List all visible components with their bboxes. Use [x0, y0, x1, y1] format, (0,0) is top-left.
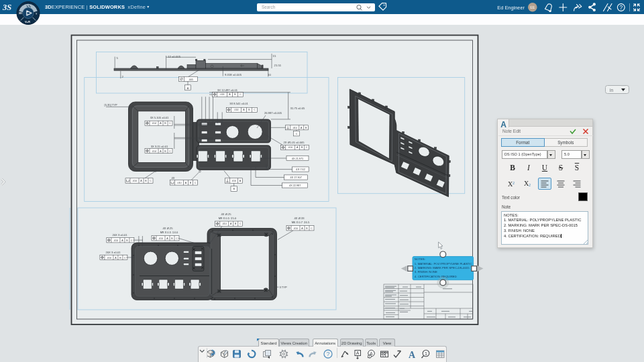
svg-text:C: C: [176, 237, 178, 240]
svg-text:C: C: [195, 182, 197, 184]
svg-text:A: A: [409, 349, 416, 359]
svg-text:.005: .005: [189, 78, 193, 81]
svg-text:C: C: [239, 93, 241, 96]
svg-text:A: A: [356, 351, 360, 355]
svg-text:C: C: [150, 180, 152, 182]
svg-text:.014: .014: [152, 122, 156, 125]
svg-text:C: C: [254, 109, 256, 111]
svg-text:C: C: [124, 257, 126, 259]
svg-text:NOTES:: NOTES:: [415, 257, 425, 261]
svg-text:.010: .010: [132, 180, 137, 182]
svg-text:3 TYP: 3 TYP: [280, 286, 288, 289]
svg-text:.014: .014: [220, 93, 225, 96]
svg-text:V+R: V+R: [25, 20, 30, 23]
svg-text:EE: EE: [530, 5, 535, 9]
svg-text:?: ?: [619, 4, 623, 11]
svg-text:3S: 3S: [2, 3, 11, 12]
svg-text:12 ±0.005: 12 ±0.005: [168, 55, 181, 58]
svg-text:2X Ø1.05 ±0.005: 2X Ø1.05 ±0.005: [284, 141, 305, 144]
svg-text:1. MATERIAL: POLYPROPYLENE PLA: 1. MATERIAL: POLYPROPYLENE PLASTIC: [415, 262, 472, 265]
svg-text:.010: .010: [158, 237, 163, 240]
svg-text:4X Ø.25: 4X Ø.25: [162, 227, 173, 230]
svg-text:3. FINISH: NONE: 3. FINISH: NONE: [415, 270, 437, 274]
svg-text:.014: .014: [152, 150, 156, 153]
svg-text:A: A: [187, 87, 189, 90]
svg-text:.010: .010: [293, 227, 298, 230]
svg-text:4X: 4X: [172, 176, 175, 180]
svg-text:A: A: [500, 120, 506, 128]
svg-text:B: B: [233, 188, 235, 190]
svg-text:.010: .010: [288, 146, 292, 149]
svg-text:C: C: [169, 122, 171, 125]
svg-text:31.75 ±0.05: 31.75 ±0.05: [290, 107, 305, 110]
svg-text:4X Ø.33: 4X Ø.33: [294, 217, 305, 220]
svg-text:.010: .010: [231, 180, 236, 182]
svg-text:.010: .010: [222, 223, 227, 225]
svg-text:15: 15: [273, 54, 276, 58]
svg-text:3X 3.15 ±0.01: 3X 3.15 ±0.01: [151, 145, 168, 148]
svg-text:C: C: [306, 146, 308, 149]
svg-text:4X 17.907: 4X 17.907: [290, 176, 302, 179]
svg-text:C: C: [169, 150, 171, 153]
svg-text:4. CERTIFICATION: REQUIRED: 4. CERTIFICATION: REQUIRED: [415, 275, 457, 278]
svg-text:1: 1: [424, 350, 427, 356]
svg-text:3X 8.541 ±0.01: 3X 8.541 ±0.01: [229, 102, 248, 105]
svg-text:21.51: 21.51: [274, 64, 282, 67]
svg-text:C: C: [131, 239, 133, 242]
svg-text:Ed Engineer: Ed Engineer: [497, 5, 525, 11]
svg-text:M9 X 0.5 ↧4.0: M9 X 0.5 ↧4.0: [160, 231, 178, 234]
svg-text:9.318 ±0.005: 9.318 ±0.005: [225, 73, 242, 76]
svg-text:20X 3 ±0.01: 20X 3 ±0.01: [105, 251, 121, 254]
svg-text:4X Ø.25: 4X Ø.25: [221, 213, 231, 216]
svg-text:26.987 ±0.005: 26.987 ±0.005: [264, 111, 282, 115]
svg-text:M9 X 0.5 ↧5.0: M9 X 0.5 ↧5.0: [219, 217, 237, 220]
svg-text:[5.35] TYP: [5.35] TYP: [105, 103, 118, 107]
svg-text:20X 3 ±0.01: 20X 3 ±0.01: [112, 233, 127, 237]
svg-text:2. MARKING: MARK PER SPEC-DS-0: 2. MARKING: MARK PER SPEC-DS-0015: [415, 266, 470, 269]
svg-text:3X 12.497 ±0.01: 3X 12.497 ±0.01: [217, 88, 238, 92]
svg-text:M6 X 0.7 ↧6.5: M6 X 0.7 ↧6.5: [292, 221, 310, 224]
svg-text:3D: 3D: [19, 11, 22, 15]
svg-text:.010: .010: [107, 257, 111, 259]
svg-text:C: C: [311, 227, 313, 230]
svg-text:.014: .014: [234, 109, 239, 111]
svg-text:C: C: [296, 133, 298, 135]
svg-text:.010: .010: [292, 127, 297, 129]
svg-text:10: 10: [268, 73, 271, 76]
svg-text:.010: .010: [113, 239, 118, 242]
svg-text:4.8 7.62: 4.8 7.62: [296, 168, 305, 171]
svg-text:.010: .010: [177, 182, 182, 184]
svg-text:C: C: [239, 223, 241, 225]
svg-text:4X 22.987: 4X 22.987: [289, 184, 301, 187]
svg-text:4X 21.971: 4X 21.971: [292, 158, 303, 160]
svg-text:?: ?: [326, 351, 329, 357]
svg-text:3X 5.105 ±0.01: 3X 5.105 ±0.01: [150, 116, 169, 119]
